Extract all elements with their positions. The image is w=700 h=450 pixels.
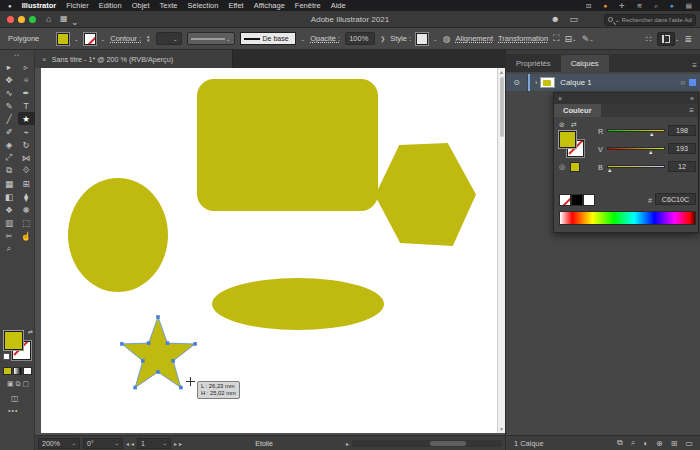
slice-tool[interactable]: ✂ — [1, 229, 18, 242]
first-artboard-icon[interactable]: ◂ — [126, 440, 129, 447]
none-color-icon[interactable]: ⊘ — [559, 121, 565, 129]
horizontal-scroll-thumb[interactable] — [430, 441, 466, 446]
brush-chevron-icon[interactable]: ⌄ — [301, 36, 306, 42]
ellipse-shape[interactable] — [212, 278, 384, 330]
couleur-menu-icon[interactable]: ≡ — [689, 106, 694, 115]
swap-fill-stroke-icon[interactable]: ⇄ — [28, 328, 33, 335]
opacity-expand-icon[interactable]: ❯ — [380, 35, 385, 42]
menu-item-fenetre[interactable]: Fenêtre — [295, 1, 321, 10]
symbol-sprayer-tool[interactable]: ❋ — [18, 203, 35, 216]
artboard-number-dropdown[interactable]: 1⌄ — [137, 438, 171, 449]
close-tab-icon[interactable]: × — [42, 55, 47, 64]
rotate-tool[interactable]: ↻ — [18, 138, 35, 151]
toolbar-overflow-button[interactable]: ••• — [8, 407, 18, 414]
document-tab[interactable]: × Sans titre - 1* @ 200 % (RVB/Aperçu) — [35, 50, 233, 68]
slider-track-r[interactable] — [607, 129, 665, 132]
direct-selection-tool[interactable]: ▹ — [18, 60, 35, 73]
screen-mode-icon[interactable]: ◫ — [11, 394, 19, 403]
circle-shape[interactable] — [68, 178, 168, 292]
rotation-dropdown[interactable]: 0°⌄ — [83, 438, 123, 449]
lasso-tool[interactable]: ∿ — [1, 86, 18, 99]
opacity-link[interactable]: Opacité : — [310, 34, 340, 43]
slider-handle-r[interactable]: ▲ — [649, 131, 654, 137]
tab-proprietes[interactable]: Propriétés — [506, 55, 561, 72]
panel-list-icon[interactable]: ≣ — [684, 34, 692, 44]
next-artboard-icon[interactable]: ▸ — [174, 440, 177, 447]
menu-item-effet[interactable]: Effet — [228, 1, 243, 10]
slider-handle-v[interactable]: ▲ — [648, 149, 653, 155]
default-fill-stroke-icon[interactable] — [3, 353, 10, 360]
style-swatch[interactable] — [416, 33, 428, 45]
wifi-icon[interactable]: ≋ — [637, 2, 642, 10]
clipping-mask-icon[interactable]: ◐ — [643, 439, 648, 448]
effects-group[interactable]: ✎⌄ — [582, 34, 594, 44]
menu-item-selection[interactable]: Sélection — [188, 1, 219, 10]
scroll-down-icon[interactable]: ▼ — [499, 426, 504, 432]
draw-normal-icon[interactable]: ▣ — [7, 380, 14, 388]
document-setup-icon[interactable]: ◍ — [443, 34, 451, 44]
collapse-panel-icon[interactable]: « — [690, 95, 694, 102]
new-layer-icon[interactable]: ⊞ — [671, 439, 678, 448]
new-sublayer-icon[interactable]: ⊕ — [656, 439, 663, 448]
black-swatch[interactable] — [571, 194, 583, 206]
arrange-documents-icon[interactable]: ▭ — [569, 14, 578, 24]
layer-selection-indicator[interactable] — [689, 79, 696, 86]
stroke-weight-dropdown[interactable]: ⌄ — [156, 32, 182, 45]
transformation-link[interactable]: Transformation — [498, 34, 548, 43]
eyedropper-tool[interactable]: ⧫ — [18, 190, 35, 203]
paintbrush-tool[interactable]: ✐ — [1, 125, 18, 138]
opacity-value-field[interactable]: 100% — [345, 32, 375, 45]
draw-behind-icon[interactable]: ⧉ — [16, 380, 21, 388]
locate-object-icon[interactable]: ⌕ — [631, 438, 635, 448]
layer-target-icon[interactable]: ○ — [680, 78, 685, 87]
zoom-tool[interactable]: ⌕ — [1, 242, 18, 255]
panel-menu-icon[interactable]: ≡ — [692, 61, 697, 70]
workspace-layout-icon[interactable]: ▦ — [60, 14, 68, 23]
line-tool[interactable]: ╱ — [1, 112, 18, 125]
pen-tool[interactable]: ✒ — [18, 86, 35, 99]
maximize-window-button[interactable] — [29, 16, 36, 23]
stroke-weight-stepper[interactable]: ▲▼ — [146, 35, 150, 43]
menu-item-aide[interactable]: Aide — [331, 1, 346, 10]
artboard[interactable]: L : 26,23 mm H : 25,02 mm — [41, 68, 497, 433]
color-spectrum-bar[interactable] — [559, 211, 696, 225]
delete-layer-icon[interactable]: ▭ — [685, 439, 693, 448]
arrange-group[interactable]: ⊟⌄ — [565, 34, 577, 44]
mesh-tool[interactable]: ⊞ — [18, 177, 35, 190]
status-menu-arrow-icon[interactable]: ▸ — [346, 440, 349, 447]
menu-item-fichier[interactable]: Fichier — [66, 1, 89, 10]
layout-chevron-icon[interactable]: ⌄ — [71, 17, 79, 27]
swap-fill-stroke-icon[interactable]: ⇄ — [571, 121, 577, 129]
color-mode-button[interactable] — [3, 367, 12, 375]
visibility-eye-icon[interactable]: ⊙ — [506, 74, 528, 91]
fill-proxy-swatch[interactable] — [559, 131, 576, 148]
rounded-rectangle-shape[interactable] — [197, 79, 378, 211]
artboard-tool[interactable]: ⬚ — [18, 216, 35, 229]
couleur-panel-header[interactable]: × « — [554, 93, 698, 104]
width-tool[interactable]: ⋈ — [18, 151, 35, 164]
gradient-mode-button[interactable] — [13, 367, 22, 375]
alignment-link[interactable]: Alignement — [456, 34, 494, 43]
type-tool[interactable]: T — [18, 99, 35, 112]
tab-calques[interactable]: Calques — [561, 55, 609, 72]
blend-tool[interactable]: ❖ — [1, 203, 18, 216]
layer-thumbnail[interactable] — [540, 77, 555, 88]
draw-inside-icon[interactable]: ▢ — [23, 380, 30, 388]
star-tool[interactable]: ★ — [18, 112, 35, 125]
home-icon[interactable]: ⌂ — [46, 14, 51, 24]
none-mode-button[interactable] — [23, 367, 32, 375]
none-swatch[interactable] — [559, 194, 571, 206]
hex-value-field[interactable]: C6C10C — [655, 193, 696, 205]
fill-color-swatch[interactable] — [57, 33, 69, 45]
vertical-scroll-thumb[interactable] — [500, 77, 504, 137]
last-artboard-icon[interactable]: ▸ — [179, 440, 182, 447]
close-panel-icon[interactable]: × — [558, 95, 562, 102]
toolbar-grip[interactable]: •• — [6, 53, 28, 58]
spotlight-icon[interactable]: ⌕ — [654, 2, 658, 10]
brush-definition-dropdown[interactable]: De base — [240, 32, 296, 45]
apple-icon[interactable]: ● — [8, 3, 12, 9]
prev-artboard-icon[interactable]: ◂ — [131, 440, 134, 447]
graph-tool[interactable]: ▥ — [1, 216, 18, 229]
gradient-tool[interactable]: ◧ — [1, 190, 18, 203]
share-document-icon[interactable]: ☻ — [551, 14, 560, 24]
